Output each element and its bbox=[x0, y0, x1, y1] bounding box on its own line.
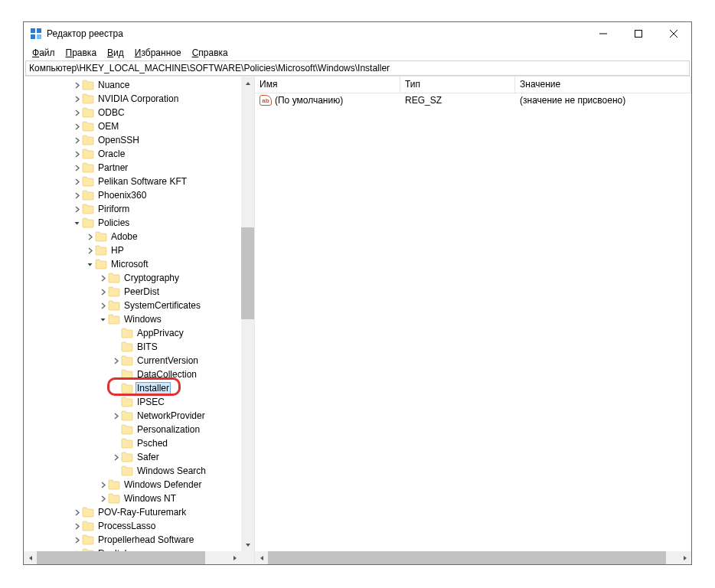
tree-item[interactable]: OpenSSH bbox=[24, 133, 254, 147]
values-pane[interactable]: Имя Тип Значение ab(По умолчанию)REG_SZ(… bbox=[255, 77, 691, 564]
tree-item[interactable]: NVIDIA Corporation bbox=[24, 92, 254, 106]
tree-item-label: AppPrivacy bbox=[135, 328, 185, 338]
folder-icon bbox=[82, 176, 94, 187]
chevron-right-icon[interactable] bbox=[71, 165, 82, 172]
scroll-thumb[interactable] bbox=[268, 551, 666, 564]
tree-item[interactable]: Pelikan Software KFT bbox=[24, 175, 254, 188]
chevron-right-icon[interactable] bbox=[71, 96, 82, 103]
tree-item[interactable]: Cryptography bbox=[24, 271, 254, 285]
scroll-up-button[interactable] bbox=[241, 77, 254, 90]
chevron-right-icon[interactable] bbox=[71, 82, 82, 89]
maximize-button[interactable] bbox=[621, 22, 656, 45]
chevron-right-icon[interactable] bbox=[71, 537, 82, 544]
menu-help[interactable]: Справка bbox=[188, 47, 232, 59]
chevron-right-icon[interactable] bbox=[71, 123, 82, 130]
menu-file[interactable]: Файл bbox=[28, 47, 59, 59]
chevron-down-icon[interactable] bbox=[97, 316, 108, 323]
tree-item[interactable]: Adobe bbox=[24, 230, 254, 243]
tree-item[interactable]: POV-Ray-Futuremark bbox=[24, 505, 254, 519]
tree-item[interactable]: DataCollection bbox=[24, 368, 254, 381]
column-type[interactable]: Тип bbox=[400, 77, 515, 93]
menu-view[interactable]: Вид bbox=[103, 47, 128, 59]
scroll-left-button[interactable] bbox=[255, 551, 268, 564]
tree-item[interactable]: Nuance bbox=[24, 78, 254, 92]
tree-item[interactable]: Policies bbox=[24, 216, 254, 230]
scroll-right-button[interactable] bbox=[678, 551, 691, 564]
chevron-right-icon[interactable] bbox=[97, 302, 108, 309]
tree-item[interactable]: Propellerhead Software bbox=[24, 533, 254, 547]
chevron-right-icon[interactable] bbox=[71, 206, 82, 213]
chevron-down-icon[interactable] bbox=[84, 261, 95, 268]
tree-item[interactable]: Windows NT bbox=[24, 492, 254, 505]
tree-item[interactable]: Safer bbox=[24, 450, 254, 464]
tree-item-label: ODBC bbox=[96, 107, 126, 118]
minimize-button[interactable] bbox=[586, 22, 621, 45]
folder-icon bbox=[82, 217, 94, 228]
address-bar[interactable]: Компьютер\HKEY_LOCAL_MACHINE\SOFTWARE\Po… bbox=[25, 60, 690, 76]
tree-item[interactable]: Personalization bbox=[24, 423, 254, 436]
chevron-right-icon[interactable] bbox=[71, 523, 82, 530]
tree-item[interactable]: Windows Defender bbox=[24, 478, 254, 492]
tree-item[interactable]: Windows Search bbox=[24, 464, 254, 478]
chevron-right-icon[interactable] bbox=[71, 137, 82, 144]
chevron-right-icon[interactable] bbox=[97, 289, 108, 296]
tree-pane[interactable]: NuanceNVIDIA CorporationODBCOEMOpenSSHOr… bbox=[24, 77, 255, 564]
scroll-right-button[interactable] bbox=[228, 551, 241, 564]
tree-item[interactable]: Psched bbox=[24, 436, 254, 450]
menu-edit[interactable]: Правка bbox=[62, 47, 101, 59]
menu-favorites[interactable]: Избранное bbox=[131, 47, 185, 59]
chevron-right-icon[interactable] bbox=[84, 234, 95, 240]
tree-item[interactable]: Partner bbox=[24, 161, 254, 175]
chevron-right-icon[interactable] bbox=[110, 413, 121, 420]
tree-horizontal-scrollbar[interactable] bbox=[24, 551, 241, 564]
folder-icon bbox=[95, 259, 107, 270]
chevron-right-icon[interactable] bbox=[71, 109, 82, 116]
chevron-right-icon[interactable] bbox=[97, 482, 108, 488]
tree-item[interactable]: OEM bbox=[24, 119, 254, 133]
close-button[interactable] bbox=[656, 22, 691, 45]
tree-item[interactable]: Oracle bbox=[24, 147, 254, 161]
scroll-down-button[interactable] bbox=[241, 538, 254, 551]
svg-rect-3 bbox=[37, 34, 41, 39]
chevron-right-icon[interactable] bbox=[110, 358, 121, 364]
tree-item[interactable]: AppPrivacy bbox=[24, 326, 254, 340]
column-value[interactable]: Значение bbox=[515, 77, 691, 93]
titlebar[interactable]: Редактор реестра bbox=[24, 22, 691, 45]
scroll-thumb[interactable] bbox=[241, 227, 254, 319]
tree-item[interactable]: NetworkProvider bbox=[24, 409, 254, 423]
tree-item[interactable]: Windows bbox=[24, 312, 254, 326]
tree-item-label: OEM bbox=[96, 121, 120, 132]
tree-item-label: Windows Defender bbox=[122, 479, 203, 490]
tree-item[interactable]: CurrentVersion bbox=[24, 354, 254, 368]
tree-item-label: PeerDist bbox=[122, 286, 161, 297]
tree-vertical-scrollbar[interactable] bbox=[241, 77, 254, 551]
chevron-right-icon[interactable] bbox=[71, 509, 82, 516]
tree-item[interactable]: Installer bbox=[24, 381, 254, 395]
chevron-down-icon[interactable] bbox=[71, 220, 82, 227]
chevron-right-icon[interactable] bbox=[97, 275, 108, 282]
chevron-right-icon[interactable] bbox=[110, 454, 121, 461]
column-name[interactable]: Имя bbox=[255, 77, 400, 93]
value-data: (значение не присвоено) bbox=[515, 95, 691, 106]
tree-item[interactable]: IPSEC bbox=[24, 395, 254, 409]
chevron-right-icon[interactable] bbox=[71, 151, 82, 158]
tree-item-label: HP bbox=[109, 245, 126, 256]
chevron-right-icon[interactable] bbox=[71, 192, 82, 199]
list-horizontal-scrollbar[interactable] bbox=[255, 551, 691, 564]
tree-item[interactable]: Piriform bbox=[24, 202, 254, 216]
tree-item[interactable]: ODBC bbox=[24, 106, 254, 119]
tree-item[interactable]: HP bbox=[24, 243, 254, 257]
tree-item[interactable]: ProcessLasso bbox=[24, 519, 254, 533]
value-row[interactable]: ab(По умолчанию)REG_SZ(значение не присв… bbox=[255, 93, 691, 107]
chevron-right-icon[interactable] bbox=[84, 247, 95, 254]
tree-item[interactable]: Phoenix360 bbox=[24, 188, 254, 202]
chevron-right-icon[interactable] bbox=[71, 178, 82, 185]
tree-item[interactable]: PeerDist bbox=[24, 285, 254, 299]
tree-item[interactable]: SystemCertificates bbox=[24, 299, 254, 312]
tree-item[interactable]: BITS bbox=[24, 340, 254, 354]
chevron-right-icon[interactable] bbox=[97, 495, 108, 502]
scroll-thumb[interactable] bbox=[37, 551, 205, 564]
tree-item[interactable]: Microsoft bbox=[24, 257, 254, 271]
folder-icon bbox=[95, 231, 107, 242]
scroll-left-button[interactable] bbox=[24, 551, 37, 564]
